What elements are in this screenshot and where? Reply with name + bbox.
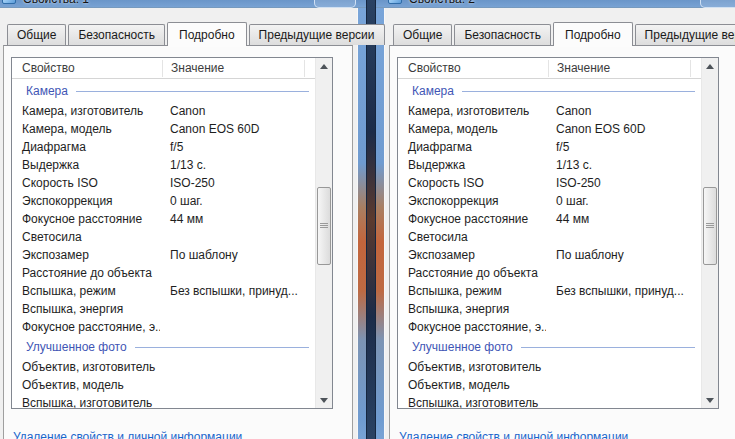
- property-value: 44 мм: [546, 212, 701, 226]
- property-row[interactable]: Скорость ISOISO-250: [398, 174, 701, 192]
- section-header: Камера: [398, 80, 701, 102]
- section-divider: [521, 347, 695, 348]
- property-label: Фокусное расстояние: [12, 212, 160, 226]
- close-button[interactable]: [314, 0, 356, 8]
- section-label: Камера: [398, 84, 454, 98]
- property-row[interactable]: Объектив, изготовитель: [12, 358, 315, 376]
- column-header-property[interactable]: Свойство: [12, 61, 162, 75]
- titlebar[interactable]: Свойства: 1: [0, 0, 366, 8]
- property-value: Canon EOS 60D: [546, 122, 701, 136]
- property-row[interactable]: Камера, модельCanon EOS 60D: [398, 120, 701, 138]
- section-header: Камера: [12, 80, 315, 102]
- property-row[interactable]: Расстояние до объекта: [398, 264, 701, 282]
- column-header-value[interactable]: Значение: [162, 60, 304, 77]
- property-value: Canon: [546, 104, 701, 118]
- properties-list[interactable]: Свойство Значение КамераКамера, изготови…: [11, 57, 333, 409]
- grip-icon: [320, 223, 328, 229]
- property-row[interactable]: Вспышка, энергия: [12, 300, 315, 318]
- property-row[interactable]: Расстояние до объекта: [12, 264, 315, 282]
- property-row[interactable]: Камера, изготовительCanon: [398, 102, 701, 120]
- tab-previous-versions[interactable]: Предыдущие версии: [249, 24, 385, 45]
- window-icon: [388, 0, 402, 4]
- property-row[interactable]: ЭкспозамерПо шаблону: [398, 246, 701, 264]
- section-label: Камера: [12, 84, 68, 98]
- tab-general[interactable]: Общие: [393, 24, 452, 45]
- tab-security[interactable]: Безопасность: [68, 24, 165, 45]
- property-row[interactable]: Вспышка, режимБез вспышки, принуд...: [12, 282, 315, 300]
- scroll-up-button[interactable]: [316, 58, 332, 75]
- property-label: Экспозамер: [398, 248, 546, 262]
- property-row[interactable]: Диафрагмаf/5: [398, 138, 701, 156]
- scrollbar-thumb[interactable]: [317, 187, 331, 265]
- window-title: Свойства: 2: [409, 0, 475, 6]
- property-label: Вспышка, изготовитель: [12, 396, 160, 408]
- property-row[interactable]: Вспышка, изготовитель: [398, 394, 701, 408]
- property-label: Камера, модель: [398, 122, 546, 136]
- property-row[interactable]: Экспокоррекция0 шаг.: [12, 192, 315, 210]
- tab-details[interactable]: Подробно: [167, 22, 247, 46]
- property-row[interactable]: Экспокоррекция0 шаг.: [398, 192, 701, 210]
- property-row[interactable]: Объектив, модель: [12, 376, 315, 394]
- property-row[interactable]: Фокусное расстояние, э...: [12, 318, 315, 336]
- remove-properties-link[interactable]: Удаление свойств и личной информации: [399, 430, 628, 439]
- property-row[interactable]: Выдержка1/13 с.: [398, 156, 701, 174]
- property-label: Экспозамер: [12, 248, 160, 262]
- property-value: 44 мм: [160, 212, 315, 226]
- property-row[interactable]: Вспышка, энергия: [398, 300, 701, 318]
- scrollbar[interactable]: [315, 58, 332, 408]
- property-value: Без вспышки, принуд...: [160, 284, 315, 298]
- tab-general[interactable]: Общие: [7, 24, 66, 45]
- property-label: Вспышка, режим: [12, 284, 160, 298]
- property-row[interactable]: ЭкспозамерПо шаблону: [12, 246, 315, 264]
- chevron-up-icon: [320, 64, 328, 69]
- property-row[interactable]: Фокусное расстояние44 мм: [12, 210, 315, 228]
- scrollbar-thumb[interactable]: [703, 187, 717, 265]
- property-value: 0 шаг.: [160, 194, 315, 208]
- property-label: Вспышка, изготовитель: [398, 396, 546, 408]
- property-row[interactable]: Камера, модельCanon EOS 60D: [12, 120, 315, 138]
- property-row[interactable]: Светосила: [12, 228, 315, 246]
- property-label: Фокусное расстояние, э...: [398, 320, 546, 334]
- tab-page: Свойство Значение КамераКамера, изготови…: [3, 45, 353, 439]
- scrollbar[interactable]: [701, 58, 718, 408]
- property-row[interactable]: Диафрагмаf/5: [12, 138, 315, 156]
- property-label: Скорость ISO: [12, 176, 160, 190]
- property-label: Вспышка, энергия: [12, 302, 160, 316]
- scroll-down-button[interactable]: [702, 391, 718, 408]
- property-row[interactable]: Камера, изготовительCanon: [12, 102, 315, 120]
- remove-properties-link[interactable]: Удаление свойств и личной информации: [13, 430, 242, 439]
- tab-details[interactable]: Подробно: [553, 22, 633, 46]
- property-label: Вспышка, энергия: [398, 302, 546, 316]
- scroll-up-button[interactable]: [702, 58, 718, 75]
- list-header[interactable]: Свойство Значение: [398, 58, 718, 79]
- tab-page: Свойство Значение КамераКамера, изготови…: [389, 45, 735, 439]
- property-value: ISO-250: [160, 176, 315, 190]
- property-row[interactable]: Скорость ISOISO-250: [12, 174, 315, 192]
- column-header-property[interactable]: Свойство: [398, 61, 548, 75]
- property-label: Экспокоррекция: [12, 194, 160, 208]
- property-row[interactable]: Фокусное расстояние44 мм: [398, 210, 701, 228]
- property-row[interactable]: Объектив, изготовитель: [398, 358, 701, 376]
- section-header: Улучшенное фото: [398, 336, 701, 358]
- column-header-value[interactable]: Значение: [548, 60, 690, 77]
- property-value: 0 шаг.: [546, 194, 701, 208]
- property-label: Камера, модель: [12, 122, 160, 136]
- close-button[interactable]: [700, 0, 735, 8]
- property-value: Canon: [160, 104, 315, 118]
- properties-list[interactable]: Свойство Значение КамераКамера, изготови…: [397, 57, 719, 409]
- property-row[interactable]: Выдержка1/13 с.: [12, 156, 315, 174]
- tab-security[interactable]: Безопасность: [454, 24, 551, 45]
- property-value: Canon EOS 60D: [160, 122, 315, 136]
- scroll-down-button[interactable]: [316, 391, 332, 408]
- property-row[interactable]: Светосила: [398, 228, 701, 246]
- property-row[interactable]: Фокусное расстояние, э...: [398, 318, 701, 336]
- property-row[interactable]: Вспышка, режимБез вспышки, принуд...: [398, 282, 701, 300]
- section-divider: [135, 347, 309, 348]
- list-header[interactable]: Свойство Значение: [12, 58, 332, 79]
- titlebar[interactable]: Свойства: 2: [376, 0, 735, 8]
- property-row[interactable]: Объектив, модель: [398, 376, 701, 394]
- tab-previous-versions[interactable]: Предыдущие версии: [635, 24, 735, 45]
- property-label: Фокусное расстояние, э...: [12, 320, 160, 334]
- property-row[interactable]: Вспышка, изготовитель: [12, 394, 315, 408]
- section-label: Улучшенное фото: [398, 340, 513, 354]
